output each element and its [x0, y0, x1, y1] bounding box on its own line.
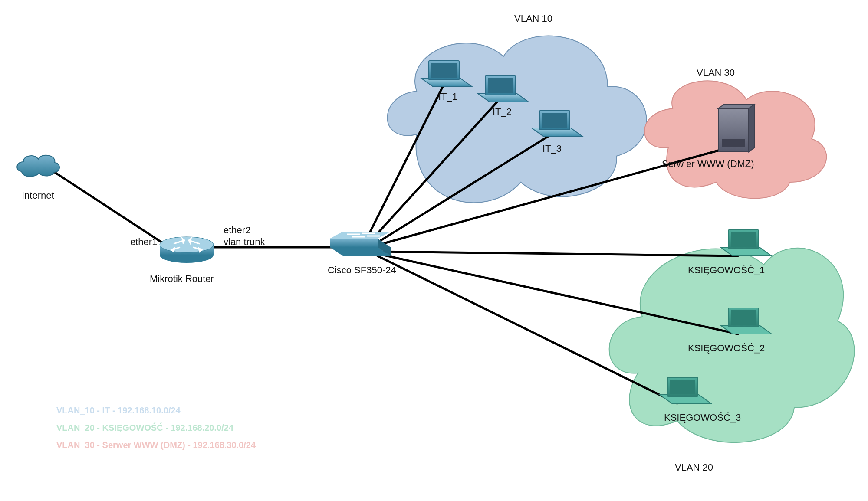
vlan30-title: VLAN 30: [697, 67, 735, 79]
router-port1: ether1: [130, 236, 157, 248]
ks3-label: KSIĘGOWOŚĆ_3: [664, 412, 741, 423]
svg-marker-25: [189, 239, 191, 243]
router-port2a: ether2: [224, 225, 250, 236]
svg-marker-31: [330, 239, 378, 247]
switch-label: Cisco SF350-24: [328, 265, 396, 276]
svg-marker-23: [182, 239, 184, 243]
it1-label: IT_1: [438, 91, 457, 102]
server-dmz: [718, 104, 755, 152]
vlan20-title: VLAN 20: [675, 462, 713, 473]
laptop-ks-1: [720, 230, 772, 256]
legend-vlan30: VLAN_30 - Serwer WWW (DMZ) - 192.168.30.…: [56, 440, 256, 450]
router-icon: [160, 237, 214, 263]
ks1-label: KSIĘGOWOŚĆ_1: [688, 265, 765, 276]
svg-point-21: [160, 237, 214, 252]
svg-line-16: [378, 252, 738, 256]
router-label: Mikrotik Router: [150, 273, 214, 285]
legend-vlan20: VLAN_20 - KSIĘGOWOŚĆ - 192.168.20.0/24: [56, 423, 233, 433]
router-port2b: vlan trunk: [224, 236, 265, 248]
switch-icon: [330, 232, 391, 256]
internet-icon: [17, 155, 59, 177]
server-label: Serw er WWW (DMZ): [662, 158, 754, 170]
it3-label: IT_3: [542, 143, 562, 154]
legend-vlan10: VLAN_10 - IT - 192.168.10.0/24: [56, 406, 181, 416]
ks2-label: KSIĘGOWOŚĆ_2: [688, 343, 765, 354]
vlan10-title: VLAN 10: [514, 13, 552, 24]
internet-label: Internet: [22, 190, 54, 201]
it2-label: IT_2: [493, 106, 512, 118]
svg-marker-33: [330, 232, 391, 239]
svg-line-10: [50, 169, 169, 247]
